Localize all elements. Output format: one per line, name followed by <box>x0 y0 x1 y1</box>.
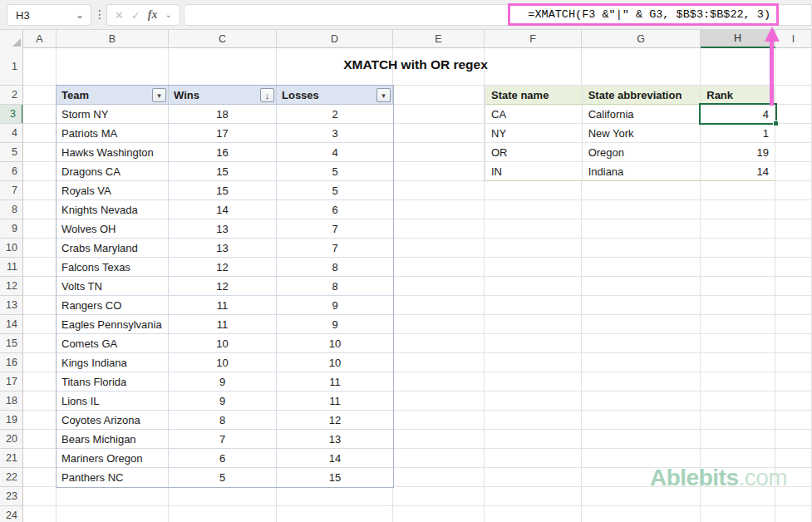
team-table-cell[interactable]: 11 <box>169 315 277 334</box>
team-table-cell[interactable]: Panthers NC <box>57 468 169 487</box>
team-table-cell[interactable]: Dragons CA <box>57 162 169 181</box>
team-table-cell[interactable]: 9 <box>277 296 393 315</box>
row-header-23[interactable]: 23 <box>0 487 23 506</box>
team-table-cell[interactable]: 16 <box>169 143 277 162</box>
row-header-17[interactable]: 17 <box>0 372 23 392</box>
state-table-cell[interactable]: NY <box>485 124 583 143</box>
team-table-cell[interactable]: 13 <box>277 430 393 449</box>
team-table-cell[interactable]: Lions IL <box>57 392 169 411</box>
team-table-cell[interactable]: Crabs Maryland <box>57 239 169 258</box>
row-header-7[interactable]: 7 <box>0 181 23 200</box>
row-header-14[interactable]: 14 <box>0 315 23 334</box>
team-table-cell[interactable]: 12 <box>277 411 393 430</box>
team-table-cell[interactable]: 4 <box>277 143 393 162</box>
team-table-cell[interactable]: Mariners Oregon <box>57 449 169 468</box>
filter-icon[interactable]: ▾ <box>376 88 391 102</box>
row-header-21[interactable]: 21 <box>0 449 23 468</box>
state-table-cell[interactable]: Oregon <box>583 143 701 162</box>
team-table-cell[interactable]: 15 <box>169 181 277 200</box>
team-table-cell[interactable]: 8 <box>169 411 277 430</box>
row-header-15[interactable]: 15 <box>0 334 23 353</box>
state-table-cell[interactable]: Indiana <box>583 162 701 181</box>
state-table-cell[interactable]: 19 <box>701 143 775 162</box>
team-table-cell[interactable]: 12 <box>169 277 277 296</box>
team-table-cell[interactable]: 2 <box>277 105 393 124</box>
team-table-cell[interactable]: 3 <box>277 124 393 143</box>
team-table-cell[interactable]: 5 <box>277 162 393 181</box>
state-table-cell[interactable]: 1 <box>701 124 775 143</box>
team-table-cell[interactable]: 11 <box>277 372 393 392</box>
row-header-16[interactable]: 16 <box>0 353 23 372</box>
team-table-cell[interactable]: Titans Florida <box>57 372 169 392</box>
team-table-cell[interactable]: 14 <box>277 449 393 468</box>
column-header-E[interactable]: E <box>393 30 485 48</box>
team-table-cell[interactable]: 9 <box>277 315 393 334</box>
team-table-cell[interactable]: 7 <box>277 219 393 239</box>
team-table-cell[interactable]: 13 <box>169 239 277 258</box>
column-header-C[interactable]: C <box>169 30 277 48</box>
name-box-chevron-icon[interactable]: ⌄ <box>76 11 91 19</box>
row-header-1[interactable]: 1 <box>0 48 23 86</box>
column-header-D[interactable]: D <box>277 30 393 48</box>
column-header-F[interactable]: F <box>485 30 582 48</box>
row-header-4[interactable]: 4 <box>0 124 23 143</box>
row-header-3[interactable]: 3 <box>0 105 23 124</box>
team-table-cell[interactable]: Coyotes Arizona <box>57 411 169 430</box>
team-table-cell[interactable]: 7 <box>169 430 277 449</box>
team-table-cell[interactable]: Bears Michigan <box>57 430 169 449</box>
team-table-cell[interactable]: 5 <box>169 468 277 487</box>
team-table-cell[interactable]: 10 <box>169 334 277 353</box>
state-table-cell[interactable]: IN <box>485 162 583 181</box>
team-table-cell[interactable]: Royals VA <box>57 181 169 200</box>
team-table-cell[interactable]: Kings Indiana <box>57 353 169 372</box>
team-table-cell[interactable]: 8 <box>277 277 393 296</box>
team-table-cell[interactable]: Wolves OH <box>57 219 169 239</box>
column-header-B[interactable]: B <box>57 30 169 48</box>
state-table-header[interactable]: State abbreviation <box>583 86 701 105</box>
sheet-grid[interactable]: XMATCH with OR regex Team▾Wins↓Losses▾St… <box>23 48 812 522</box>
row-header-11[interactable]: 11 <box>0 258 23 277</box>
team-table-cell[interactable]: Hawks Washington <box>57 143 169 162</box>
team-table-cell[interactable]: Volts TN <box>57 277 169 296</box>
column-header-A[interactable]: A <box>23 30 57 48</box>
team-table-cell[interactable]: 8 <box>277 258 393 277</box>
state-table-cell[interactable]: OR <box>485 143 583 162</box>
row-header-13[interactable]: 13 <box>0 296 23 315</box>
filter-icon[interactable]: ▾ <box>152 88 166 102</box>
team-table-cell[interactable]: 7 <box>277 239 393 258</box>
team-table-cell[interactable]: 12 <box>169 258 277 277</box>
team-table-header-wins[interactable]: Wins↓ <box>169 86 277 105</box>
team-table-cell[interactable]: Falcons Texas <box>57 258 169 277</box>
sort-desc-filter-icon[interactable]: ↓ <box>260 88 274 102</box>
team-table-cell[interactable]: 15 <box>277 468 393 487</box>
team-table-cell[interactable]: 6 <box>277 200 393 219</box>
row-header-10[interactable]: 10 <box>0 239 23 258</box>
team-table-cell[interactable]: 13 <box>169 219 277 239</box>
team-table-cell[interactable]: 5 <box>277 181 393 200</box>
team-table-cell[interactable]: Patriots MA <box>57 124 169 143</box>
team-table-header-losses[interactable]: Losses▾ <box>277 86 393 105</box>
team-table-cell[interactable]: 9 <box>169 372 277 392</box>
insert-function-icon[interactable]: fx <box>148 8 158 22</box>
team-table-header-team[interactable]: Team▾ <box>57 86 169 105</box>
name-box[interactable]: H3 ⌄ <box>7 4 91 26</box>
team-table-cell[interactable]: 10 <box>277 334 393 353</box>
team-table-cell[interactable]: Storm NY <box>57 105 169 124</box>
column-header-G[interactable]: G <box>582 30 701 48</box>
row-header-6[interactable]: 6 <box>0 162 23 181</box>
row-header-22[interactable]: 22 <box>0 468 23 487</box>
team-table-cell[interactable]: Comets GA <box>57 334 169 353</box>
select-all-corner[interactable] <box>0 30 23 48</box>
row-header-2[interactable]: 2 <box>0 86 23 105</box>
team-table-cell[interactable]: 17 <box>169 124 277 143</box>
team-table-cell[interactable]: Rangers CO <box>57 296 169 315</box>
row-header-24[interactable]: 24 <box>0 506 23 522</box>
state-table-cell[interactable]: CA <box>485 105 583 124</box>
column-header-I[interactable]: I <box>775 30 812 48</box>
fx-chevron-icon[interactable]: ⌄ <box>165 12 172 18</box>
team-table-cell[interactable]: 18 <box>169 105 277 124</box>
row-header-8[interactable]: 8 <box>0 200 23 219</box>
team-table-cell[interactable]: Eagles Pennsylvania <box>57 315 169 334</box>
row-header-18[interactable]: 18 <box>0 392 23 411</box>
state-table-header[interactable]: Rank <box>701 86 775 105</box>
